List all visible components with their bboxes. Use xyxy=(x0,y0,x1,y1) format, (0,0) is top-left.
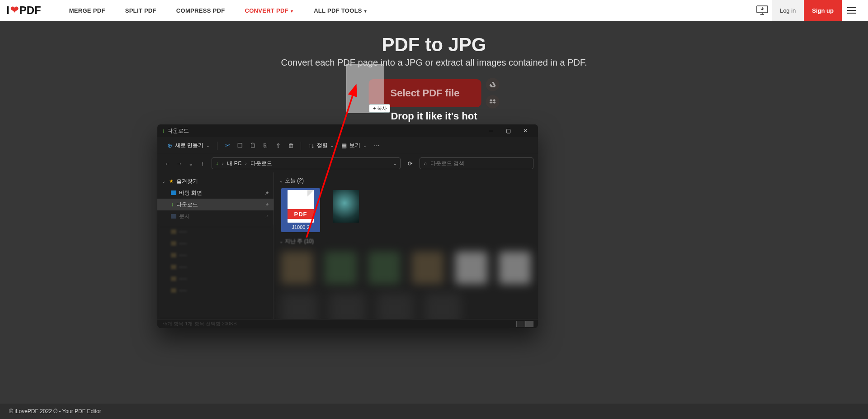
sidebar: ⌄★즐겨찾기 바탕 화면📌︎ ↓다운로드📌︎ 문서📌︎ ── ── ── ── … xyxy=(157,172,274,319)
refresh-button[interactable]: ⟳ xyxy=(404,157,416,169)
chevron-down-icon: ⌄ xyxy=(279,239,283,244)
recent-dropdown[interactable]: ⌄ xyxy=(185,158,196,169)
logo-text-pdf: PDF xyxy=(19,4,41,17)
explorer-body: ⌄★즐겨찾기 바탕 화면📌︎ ↓다운로드📌︎ 문서📌︎ ── ── ── ── … xyxy=(157,172,538,319)
file-item-image[interactable] xyxy=(326,188,365,232)
file-grid-today: PDF J1000 2 xyxy=(279,186,533,236)
file-explorer-window: ↓ 다운로드 ─ ▢ ✕ ⊕새로 만들기⌄ ✂ ❐ 📋︎ ⎘ ⇪ 🗑︎ ↑↓정렬… xyxy=(157,124,538,328)
sidebar-blurred-region: ── ── ── ── ── ── xyxy=(157,226,274,319)
chevron-down-icon: ⌄ xyxy=(162,179,166,184)
select-pdf-button[interactable]: Select PDF file xyxy=(369,79,481,107)
titlebar[interactable]: ↓ 다운로드 ─ ▢ ✕ xyxy=(157,124,538,137)
nav-merge-pdf[interactable]: MERGE PDF xyxy=(59,7,115,14)
page-title: PDF to JPG xyxy=(0,34,868,56)
copy-icon[interactable]: ❐ xyxy=(234,139,246,152)
signup-button[interactable]: Sign up xyxy=(804,0,842,21)
details-view-button[interactable] xyxy=(516,321,524,327)
nav-compress-pdf[interactable]: COMPRESS PDF xyxy=(166,7,235,14)
nav-split-pdf[interactable]: SPLIT PDF xyxy=(115,7,166,14)
group-header-lastweek[interactable]: ⌄지난 주 (10) xyxy=(279,236,533,247)
sort-icon: ↑↓ xyxy=(308,142,314,149)
login-button[interactable]: Log in xyxy=(772,0,804,21)
chevron-down-icon: ⌄ xyxy=(206,143,210,148)
icons-view-button[interactable] xyxy=(525,321,533,327)
logo[interactable]: I ❤ PDF xyxy=(6,4,41,17)
close-button[interactable]: ✕ xyxy=(517,126,533,136)
group-header-today[interactable]: ⌄오늘 (2) xyxy=(279,175,533,186)
star-icon: ★ xyxy=(169,178,174,184)
paste-icon[interactable]: 📋︎ xyxy=(246,139,259,152)
sort-button[interactable]: ↑↓정렬⌄ xyxy=(305,140,338,151)
hamburger-icon[interactable] xyxy=(842,0,862,21)
command-bar: ⊕새로 만들기⌄ ✂ ❐ 📋︎ ⎘ ⇪ 🗑︎ ↑↓정렬⌄ ▤보기⌄ ⋯ xyxy=(157,137,538,154)
forward-button[interactable]: → xyxy=(174,158,184,169)
view-icon: ▤ xyxy=(341,142,347,149)
pdf-label: PDF xyxy=(288,209,314,219)
chevron-right-icon: › xyxy=(222,161,223,166)
page-fold-icon xyxy=(307,190,314,196)
footer: © iLovePDF 2022 ® - Your PDF Editor xyxy=(0,404,868,419)
delete-icon[interactable]: 🗑︎ xyxy=(284,139,297,152)
logo-text-i: I xyxy=(6,4,9,17)
top-nav: I ❤ PDF MERGE PDF SPLIT PDF COMPRESS PDF… xyxy=(0,0,868,21)
chevron-down-icon[interactable]: ⌄ xyxy=(393,161,396,166)
view-toggles xyxy=(516,321,533,327)
rename-icon[interactable]: ⎘ xyxy=(259,139,272,152)
chevron-right-icon: › xyxy=(245,161,246,166)
file-name: J1000 2 xyxy=(282,224,319,230)
pin-icon: 📌︎ xyxy=(264,190,269,195)
file-pane[interactable]: ⌄오늘 (2) PDF J1000 2 ⌄지난 주 (10) xyxy=(274,172,538,319)
address-bar[interactable]: ↓ › 내 PC › 다운로드 ⌄ xyxy=(212,157,401,169)
window-title: ↓ 다운로드 xyxy=(162,127,189,135)
file-item-pdf[interactable]: PDF J1000 2 xyxy=(281,188,320,232)
window-controls: ─ ▢ ✕ xyxy=(483,126,533,136)
breadcrumb-segment[interactable]: 내 PC xyxy=(227,160,241,167)
hero: PDF to JPG Convert each PDF page into a … xyxy=(0,34,868,68)
chevron-down-icon: ⌄ xyxy=(279,178,283,183)
sidebar-favorites[interactable]: ⌄★즐겨찾기 xyxy=(157,175,274,187)
back-button[interactable]: ← xyxy=(162,158,173,169)
download-folder-icon: ↓ xyxy=(162,128,165,134)
search-input[interactable] xyxy=(430,160,529,167)
search-icon: ⌕ xyxy=(424,160,427,167)
maximize-button[interactable]: ▢ xyxy=(500,126,516,136)
desktop-download-icon[interactable] xyxy=(753,0,772,21)
sidebar-documents[interactable]: 문서📌︎ xyxy=(157,210,274,222)
download-folder-icon: ↓ xyxy=(171,201,174,208)
sidebar-downloads[interactable]: ↓다운로드📌︎ xyxy=(157,199,274,210)
sidebar-desktop[interactable]: 바탕 화면📌︎ xyxy=(157,187,274,199)
blurred-files-row xyxy=(279,289,533,319)
breadcrumb-segment[interactable]: 다운로드 xyxy=(250,160,272,167)
chevron-down-icon: ⌄ xyxy=(363,143,367,148)
new-button[interactable]: ⊕새로 만들기⌄ xyxy=(164,140,213,151)
nav-all-tools[interactable]: ALL PDF TOOLS▼ xyxy=(304,7,377,14)
google-drive-button[interactable] xyxy=(486,78,499,91)
nav-right: Log in Sign up xyxy=(753,0,862,21)
cut-icon[interactable]: ✂ xyxy=(221,139,234,152)
more-icon[interactable]: ⋯ xyxy=(370,139,383,152)
page-body: PDF to JPG Convert each PDF page into a … xyxy=(0,21,868,419)
up-button[interactable]: ↑ xyxy=(197,158,208,169)
image-thumbnail xyxy=(333,190,359,223)
share-icon[interactable]: ⇪ xyxy=(272,139,284,152)
blurred-files-row xyxy=(279,247,533,289)
desktop-icon xyxy=(171,190,176,195)
nav-items: MERGE PDF SPLIT PDF COMPRESS PDF CONVERT… xyxy=(59,7,377,14)
page-subtitle: Convert each PDF page into a JPG or extr… xyxy=(0,57,868,68)
view-button[interactable]: ▤보기⌄ xyxy=(338,140,370,151)
drop-hint-text: Drop it like it's hot xyxy=(391,110,477,122)
download-folder-icon: ↓ xyxy=(216,160,218,167)
separator xyxy=(301,142,301,150)
nav-convert-pdf[interactable]: CONVERT PDF▼ xyxy=(235,7,304,14)
heart-icon: ❤ xyxy=(10,4,19,16)
cloud-buttons xyxy=(486,78,499,109)
status-text: 75개 항목 1개 항목 선택함 200KB xyxy=(162,320,237,327)
plus-circle-icon: ⊕ xyxy=(167,142,172,149)
dropbox-button[interactable] xyxy=(486,95,499,109)
minimize-button[interactable]: ─ xyxy=(483,126,499,136)
status-bar: 75개 항목 1개 항목 선택함 200KB xyxy=(157,319,538,328)
folder-icon xyxy=(171,214,176,219)
pin-icon: 📌︎ xyxy=(264,202,269,207)
caret-icon: ▼ xyxy=(290,9,294,14)
search-box[interactable]: ⌕ xyxy=(420,157,533,169)
